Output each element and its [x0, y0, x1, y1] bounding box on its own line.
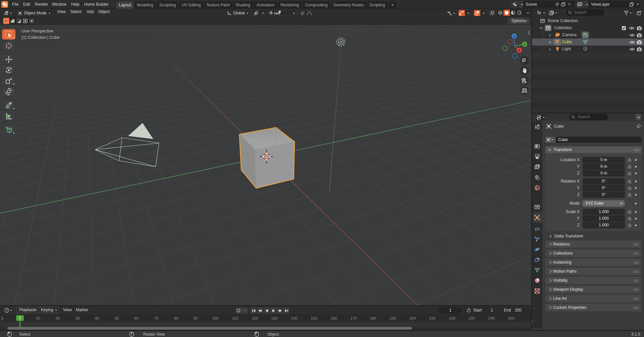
svg-text:Y: Y	[524, 43, 526, 46]
svg-text:X: X	[518, 49, 521, 52]
svg-text:Z: Z	[513, 35, 515, 38]
